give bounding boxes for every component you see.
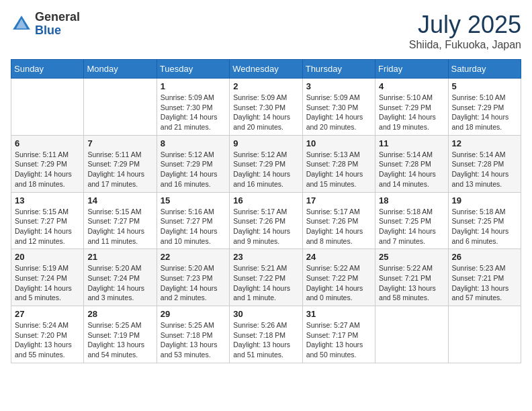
calendar-cell: 13Sunrise: 5:15 AM Sunset: 7:27 PM Dayli… [11,192,84,249]
calendar-header-friday: Friday [375,60,448,79]
calendar-week-row: 1Sunrise: 5:09 AM Sunset: 7:30 PM Daylig… [11,79,521,136]
calendar-header-thursday: Thursday [302,60,375,79]
day-info: Sunrise: 5:17 AM Sunset: 7:26 PM Dayligh… [233,207,298,246]
calendar-cell: 3Sunrise: 5:09 AM Sunset: 7:30 PM Daylig… [302,79,375,136]
day-info: Sunrise: 5:11 AM Sunset: 7:29 PM Dayligh… [15,150,80,189]
day-info: Sunrise: 5:15 AM Sunset: 7:27 PM Dayligh… [15,207,80,246]
calendar-week-row: 20Sunrise: 5:19 AM Sunset: 7:24 PM Dayli… [11,249,521,306]
calendar-cell: 8Sunrise: 5:12 AM Sunset: 7:29 PM Daylig… [157,135,229,192]
logo-text: General Blue [35,11,80,38]
calendar-cell: 11Sunrise: 5:14 AM Sunset: 7:28 PM Dayli… [375,135,448,192]
day-info: Sunrise: 5:16 AM Sunset: 7:27 PM Dayligh… [161,207,226,246]
calendar-cell: 30Sunrise: 5:26 AM Sunset: 7:18 PM Dayli… [230,306,302,363]
day-info: Sunrise: 5:12 AM Sunset: 7:29 PM Dayligh… [161,150,226,189]
calendar-table: SundayMondayTuesdayWednesdayThursdayFrid… [11,59,521,363]
day-number: 21 [87,252,152,262]
calendar-header-row: SundayMondayTuesdayWednesdayThursdayFrid… [11,60,521,79]
day-info: Sunrise: 5:10 AM Sunset: 7:29 PM Dayligh… [452,93,517,132]
month-title: July 2025 [409,11,521,39]
day-info: Sunrise: 5:25 AM Sunset: 7:19 PM Dayligh… [87,320,152,360]
day-info: Sunrise: 5:13 AM Sunset: 7:28 PM Dayligh… [306,150,371,189]
day-info: Sunrise: 5:25 AM Sunset: 7:18 PM Dayligh… [161,320,226,360]
calendar-cell [448,306,521,363]
day-number: 22 [161,252,226,262]
day-number: 3 [306,81,371,91]
location-title: Shiida, Fukuoka, Japan [409,39,521,51]
calendar-cell: 20Sunrise: 5:19 AM Sunset: 7:24 PM Dayli… [11,249,84,306]
day-info: Sunrise: 5:12 AM Sunset: 7:29 PM Dayligh… [233,150,298,189]
logo-blue: Blue [35,24,80,38]
day-info: Sunrise: 5:22 AM Sunset: 7:22 PM Dayligh… [306,263,371,303]
day-info: Sunrise: 5:18 AM Sunset: 7:25 PM Dayligh… [379,207,444,246]
day-info: Sunrise: 5:17 AM Sunset: 7:26 PM Dayligh… [306,207,371,246]
calendar-cell: 10Sunrise: 5:13 AM Sunset: 7:28 PM Dayli… [302,135,375,192]
calendar-cell: 28Sunrise: 5:25 AM Sunset: 7:19 PM Dayli… [84,306,157,363]
calendar-week-row: 13Sunrise: 5:15 AM Sunset: 7:27 PM Dayli… [11,192,521,249]
calendar-cell: 26Sunrise: 5:23 AM Sunset: 7:21 PM Dayli… [448,249,521,306]
day-info: Sunrise: 5:26 AM Sunset: 7:18 PM Dayligh… [233,320,298,360]
day-info: Sunrise: 5:20 AM Sunset: 7:24 PM Dayligh… [87,263,152,303]
calendar-cell: 23Sunrise: 5:21 AM Sunset: 7:22 PM Dayli… [230,249,302,306]
day-number: 4 [379,81,444,91]
day-number: 16 [233,195,298,205]
day-number: 12 [452,138,517,148]
day-info: Sunrise: 5:09 AM Sunset: 7:30 PM Dayligh… [161,93,226,132]
day-number: 26 [452,252,517,262]
day-number: 25 [379,252,444,262]
day-number: 24 [306,252,371,262]
calendar-cell: 17Sunrise: 5:17 AM Sunset: 7:26 PM Dayli… [302,192,375,249]
logo-general: General [35,11,80,24]
calendar-cell: 14Sunrise: 5:15 AM Sunset: 7:27 PM Dayli… [84,192,157,249]
day-number: 31 [306,309,371,319]
day-number: 14 [87,195,152,205]
logo-icon [11,13,32,35]
calendar-cell [11,79,84,136]
calendar-cell: 16Sunrise: 5:17 AM Sunset: 7:26 PM Dayli… [230,192,302,249]
day-info: Sunrise: 5:19 AM Sunset: 7:24 PM Dayligh… [15,263,80,303]
calendar-header-wednesday: Wednesday [230,60,302,79]
day-number: 10 [306,138,371,148]
calendar-cell [84,79,157,136]
calendar-cell: 31Sunrise: 5:27 AM Sunset: 7:17 PM Dayli… [302,306,375,363]
day-number: 17 [306,195,371,205]
calendar-cell: 6Sunrise: 5:11 AM Sunset: 7:29 PM Daylig… [11,135,84,192]
calendar-cell: 1Sunrise: 5:09 AM Sunset: 7:30 PM Daylig… [157,79,229,136]
calendar-header-monday: Monday [84,60,157,79]
day-info: Sunrise: 5:15 AM Sunset: 7:27 PM Dayligh… [87,207,152,246]
day-info: Sunrise: 5:22 AM Sunset: 7:21 PM Dayligh… [379,263,444,303]
day-number: 5 [452,81,517,91]
calendar-cell: 24Sunrise: 5:22 AM Sunset: 7:22 PM Dayli… [302,249,375,306]
day-info: Sunrise: 5:24 AM Sunset: 7:20 PM Dayligh… [15,320,80,360]
day-number: 13 [15,195,80,205]
day-info: Sunrise: 5:11 AM Sunset: 7:29 PM Dayligh… [87,150,152,189]
calendar-cell: 15Sunrise: 5:16 AM Sunset: 7:27 PM Dayli… [157,192,229,249]
calendar-cell: 25Sunrise: 5:22 AM Sunset: 7:21 PM Dayli… [375,249,448,306]
day-number: 30 [233,309,298,319]
day-number: 19 [452,195,517,205]
page-header: General Blue July 2025 Shiida, Fukuoka, … [11,11,521,51]
calendar-cell: 22Sunrise: 5:20 AM Sunset: 7:23 PM Dayli… [157,249,229,306]
calendar-cell: 18Sunrise: 5:18 AM Sunset: 7:25 PM Dayli… [375,192,448,249]
calendar-cell: 2Sunrise: 5:09 AM Sunset: 7:30 PM Daylig… [230,79,302,136]
calendar-week-row: 27Sunrise: 5:24 AM Sunset: 7:20 PM Dayli… [11,306,521,363]
day-number: 28 [87,309,152,319]
calendar-header-tuesday: Tuesday [157,60,229,79]
day-number: 15 [161,195,226,205]
day-number: 8 [161,138,226,148]
day-number: 29 [161,309,226,319]
calendar-header-sunday: Sunday [11,60,84,79]
day-info: Sunrise: 5:10 AM Sunset: 7:29 PM Dayligh… [379,93,444,132]
day-number: 1 [161,81,226,91]
calendar-cell: 5Sunrise: 5:10 AM Sunset: 7:29 PM Daylig… [448,79,521,136]
day-info: Sunrise: 5:14 AM Sunset: 7:28 PM Dayligh… [379,150,444,189]
calendar-cell: 27Sunrise: 5:24 AM Sunset: 7:20 PM Dayli… [11,306,84,363]
day-number: 7 [87,138,152,148]
day-number: 6 [15,138,80,148]
title-block: July 2025 Shiida, Fukuoka, Japan [409,11,521,51]
day-info: Sunrise: 5:21 AM Sunset: 7:22 PM Dayligh… [233,263,298,303]
day-number: 2 [233,81,298,91]
day-number: 27 [15,309,80,319]
calendar-cell [375,306,448,363]
day-info: Sunrise: 5:09 AM Sunset: 7:30 PM Dayligh… [233,93,298,132]
day-info: Sunrise: 5:20 AM Sunset: 7:23 PM Dayligh… [161,263,226,303]
